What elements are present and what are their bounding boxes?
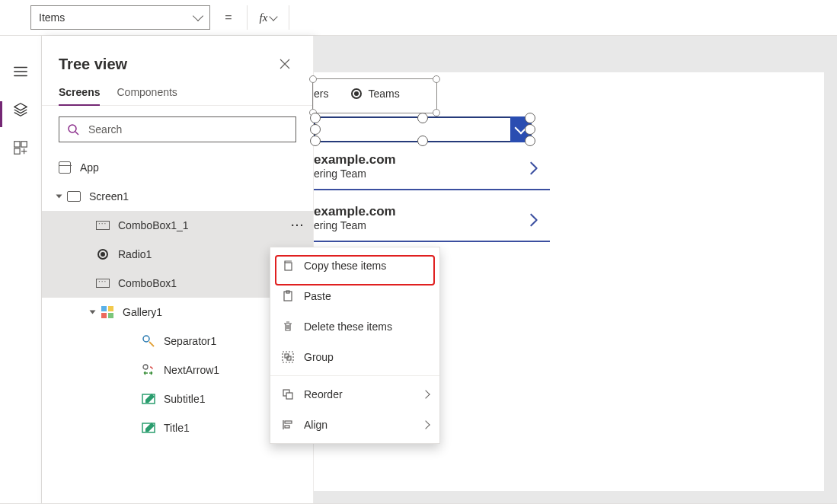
gallery-item-subtitle: ering Team — [314, 219, 550, 231]
left-rail — [0, 36, 42, 503]
gallery-icon — [100, 305, 115, 320]
combobox-icon — [95, 218, 110, 233]
tree-label: App — [80, 161, 313, 174]
gallery-item-subtitle: ering Team — [314, 167, 550, 180]
radio-icon — [95, 247, 110, 262]
resize-handle[interactable] — [310, 136, 321, 146]
screen-icon — [66, 189, 81, 204]
gallery-item[interactable]: example.com ering Team — [314, 152, 550, 190]
ctx-paste[interactable]: Paste — [270, 281, 439, 311]
resize-handle[interactable] — [525, 124, 535, 135]
menu-separator — [270, 375, 439, 376]
layers-icon — [12, 101, 29, 118]
svg-rect-21 — [285, 426, 289, 428]
formula-input[interactable] — [300, 5, 837, 30]
property-dropdown-value: Items — [39, 11, 65, 24]
formula-bar: Items = fx — [0, 0, 837, 36]
ctx-label: Group — [304, 351, 429, 363]
rail-active-indicator — [0, 101, 2, 127]
ctx-copy[interactable]: Copy these items — [270, 250, 439, 281]
svg-point-8 — [143, 336, 149, 342]
radio-option-teams: Teams — [368, 88, 399, 100]
radio-option-partial: ers — [314, 88, 328, 100]
nextarrow-icon — [141, 362, 156, 378]
svg-rect-7 — [108, 313, 113, 318]
property-dropdown[interactable]: Items — [30, 5, 210, 30]
chevron-right-icon — [421, 420, 430, 429]
app-icon — [57, 160, 72, 175]
resize-handle[interactable] — [310, 124, 321, 135]
resize-handle[interactable] — [525, 136, 535, 146]
tree-node-app[interactable]: App — [42, 153, 313, 182]
equals-sign: = — [221, 11, 236, 24]
rail-treeview[interactable] — [0, 91, 42, 129]
chevron-right-icon — [421, 390, 430, 398]
gallery-item-title: example.com — [314, 204, 550, 219]
next-arrow-icon[interactable] — [526, 212, 542, 228]
ctx-label: Paste — [304, 290, 429, 302]
resize-handle[interactable] — [525, 113, 535, 123]
search-icon — [67, 123, 79, 136]
chevron-down-icon — [270, 12, 278, 21]
gallery-item-title: example.com — [314, 152, 550, 167]
label-icon — [141, 391, 156, 407]
node-more-button[interactable]: ··· — [283, 211, 313, 240]
ctx-delete[interactable]: Delete these items — [270, 311, 439, 342]
copy-icon — [281, 259, 295, 273]
next-arrow-icon[interactable] — [526, 160, 542, 177]
ctx-label: Align — [304, 419, 414, 431]
svg-rect-5 — [108, 306, 113, 311]
separator-icon — [141, 333, 156, 349]
paste-icon — [281, 289, 295, 303]
tree-label: ComboBox1_1 — [118, 219, 283, 231]
radio-icon[interactable] — [351, 88, 362, 99]
close-panel-button[interactable] — [273, 53, 296, 75]
resize-handle[interactable] — [310, 113, 321, 123]
svg-rect-20 — [285, 421, 292, 423]
rail-hamburger[interactable] — [0, 53, 42, 91]
tree-search[interactable] — [59, 116, 296, 142]
ctx-reorder[interactable]: Reorder — [270, 379, 439, 410]
canvas-radio-group[interactable]: ers Teams — [314, 88, 400, 100]
svg-rect-19 — [286, 393, 292, 399]
expand-toggle[interactable] — [53, 190, 65, 203]
svg-point-3 — [69, 125, 76, 132]
delete-icon — [281, 320, 295, 333]
expand-toggle[interactable] — [86, 306, 98, 318]
tree-node-screen1[interactable]: Screen1 — [42, 182, 313, 211]
ctx-label: Copy these items — [304, 260, 429, 272]
ctx-align[interactable]: Align — [270, 410, 439, 440]
canvas-combobox-selected[interactable] — [314, 116, 532, 142]
svg-rect-4 — [101, 306, 107, 311]
search-input[interactable] — [87, 123, 288, 136]
context-menu: Copy these items Paste Delete these item… — [270, 247, 440, 444]
hamburger-icon — [12, 63, 29, 80]
resize-handle[interactable] — [417, 136, 428, 146]
combobox-icon — [95, 276, 110, 291]
chevron-down-icon — [193, 11, 203, 21]
svg-rect-15 — [283, 352, 293, 362]
group-icon — [281, 350, 295, 364]
close-icon — [279, 58, 291, 70]
tree-view-title: Tree view — [59, 56, 127, 73]
svg-rect-0 — [14, 142, 20, 147]
tree-label: Screen1 — [89, 190, 313, 203]
align-icon — [281, 418, 295, 432]
tab-screens[interactable]: Screens — [59, 86, 100, 106]
gallery-item[interactable]: example.com ering Team — [314, 204, 550, 242]
svg-rect-1 — [21, 142, 27, 147]
resize-handle[interactable] — [417, 113, 428, 123]
svg-rect-12 — [285, 263, 292, 270]
svg-rect-2 — [14, 148, 20, 154]
tree-node-combobox1_1[interactable]: ComboBox1_1 ··· — [42, 211, 313, 240]
rail-insert[interactable] — [0, 129, 42, 167]
label-icon — [141, 420, 156, 435]
fx-button[interactable]: fx — [247, 5, 289, 30]
svg-point-9 — [143, 365, 148, 369]
svg-rect-6 — [101, 313, 107, 318]
ctx-label: Reorder — [304, 388, 414, 400]
ctx-label: Delete these items — [304, 321, 429, 333]
insert-grid-icon — [12, 139, 29, 156]
ctx-group[interactable]: Group — [270, 342, 439, 372]
tab-components[interactable]: Components — [117, 86, 177, 105]
